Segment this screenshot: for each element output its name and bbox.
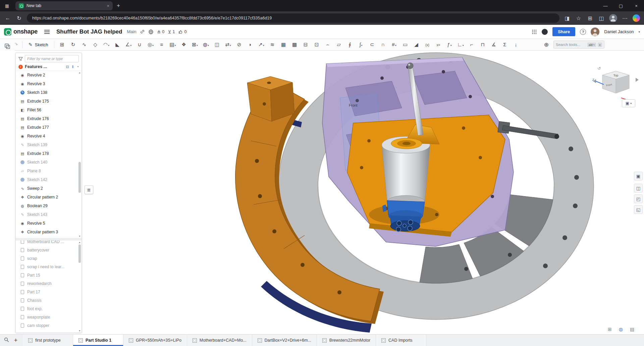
extensions-icon[interactable]: ⊞: [586, 15, 594, 21]
part-item[interactable]: weaponplate: [16, 313, 82, 321]
search-tools-box[interactable]: Search tools... alt/~ c: [553, 41, 604, 49]
toolbar-tool-button[interactable]: [278, 40, 289, 49]
toolbar-tool-button[interactable]: [289, 40, 300, 49]
toolbar-tool-button[interactable]: [355, 40, 366, 49]
copilot-icon[interactable]: [633, 14, 640, 22]
feature-item[interactable]: Extrude 180: [16, 236, 82, 238]
refresh-icon[interactable]: ↻: [15, 15, 23, 21]
view-cube[interactable]: ↺ Top Front x z: [592, 66, 639, 103]
collections-icon[interactable]: ◫: [598, 15, 605, 21]
toolbar-tool-button[interactable]: [322, 40, 333, 49]
toolbar-tool-button[interactable]: [233, 40, 245, 49]
toolbar-tool-button[interactable]: [433, 40, 444, 49]
feature-item[interactable]: Circular pattern 3: [16, 228, 82, 236]
share-button[interactable]: Share: [552, 27, 575, 36]
window-minimize-button[interactable]: —: [598, 0, 613, 11]
suppress-pause-icon[interactable]: ‖: [72, 65, 74, 69]
toolbar-tool-button[interactable]: [78, 40, 90, 49]
toolbar-tool-button[interactable]: [200, 40, 211, 49]
render-mode-icon[interactable]: ◍: [619, 327, 623, 332]
feature-item[interactable]: Sketch 142: [16, 175, 82, 184]
window-maximize-button[interactable]: ▢: [613, 0, 629, 11]
new-tab-button[interactable]: +: [117, 2, 120, 9]
explode-view-button[interactable]: ◱: [634, 205, 643, 214]
part-item[interactable]: batterycover: [16, 246, 82, 254]
scroll-up-icon[interactable]: ▲: [78, 241, 81, 243]
toolbar-tool-button[interactable]: [267, 40, 278, 49]
document-tab[interactable]: GPR+550mAh+3S+LiPo: [123, 335, 187, 346]
feature-item[interactable]: Extrude 175: [16, 97, 82, 106]
toolbar-tool-button[interactable]: [488, 40, 499, 49]
feature-item[interactable]: Sketch 138: [16, 88, 82, 97]
part-item[interactable]: cam stopper: [16, 321, 82, 330]
layers-icon[interactable]: [4, 43, 11, 50]
rotate-ccw-icon[interactable]: ↺: [597, 66, 601, 71]
feature-item[interactable]: Sketch 139: [16, 140, 82, 149]
toolbar-tool-button[interactable]: [466, 40, 477, 49]
version-count[interactable]: ⊻1: [168, 29, 175, 35]
toolbar-tool-button[interactable]: [444, 40, 455, 49]
toolbar-tool-button[interactable]: [90, 40, 101, 49]
crosshair-icon[interactable]: ⊕: [544, 41, 549, 48]
hamburger-menu-icon[interactable]: [44, 32, 50, 32]
appearance-icon[interactable]: ⊞: [608, 327, 612, 332]
split-screen-icon[interactable]: ◨: [564, 15, 571, 21]
part-item[interactable]: Part 15: [16, 271, 82, 279]
feature-item[interactable]: Sketch 143: [16, 210, 82, 219]
toolbar-tool-button[interactable]: [377, 40, 388, 49]
document-tab[interactable]: first prototype: [23, 335, 73, 346]
view-modes-button[interactable]: ▣: [634, 172, 643, 180]
view-cube-settings-button[interactable]: ▣ ▾: [622, 99, 635, 107]
scroll-down-icon[interactable]: ▼: [78, 330, 81, 332]
add-tab-button[interactable]: +: [11, 337, 21, 344]
toolbar-tool-button[interactable]: [56, 40, 67, 49]
feature-item[interactable]: Fillet 56: [16, 106, 82, 114]
toolbar-tool-button[interactable]: [101, 40, 112, 49]
feature-item[interactable]: Extrude 177: [16, 123, 82, 132]
toolbar-tool-button[interactable]: [399, 40, 411, 49]
scroll-down-icon[interactable]: ▼: [78, 235, 81, 237]
toolbar-tool-button[interactable]: [112, 40, 123, 49]
scrollbar-thumb[interactable]: [78, 244, 81, 263]
part-item[interactable]: Motherboard CAD ...: [16, 240, 82, 246]
toolbar-tool-button[interactable]: [245, 40, 256, 49]
toolbar-tool-button[interactable]: [67, 40, 78, 49]
browser-menu-icon[interactable]: ⋯: [621, 15, 629, 21]
favorites-star-icon[interactable]: ☆: [575, 15, 582, 21]
part-item[interactable]: Part 17: [16, 288, 82, 296]
feature-item[interactable]: Revolve 2: [16, 71, 82, 79]
part-item[interactable]: scrap i need to lear...: [16, 263, 82, 271]
user-avatar[interactable]: [591, 27, 599, 36]
part-item[interactable]: reworkedarch: [16, 279, 82, 288]
toolbar-tool-button[interactable]: [388, 40, 399, 49]
toolbar-tool-button[interactable]: [499, 40, 510, 49]
tab-actions-icon[interactable]: ▦: [0, 3, 14, 8]
isolate-button[interactable]: ◰: [634, 194, 643, 203]
toolbar-tool-button[interactable]: [333, 40, 344, 49]
toolbar-tool-button[interactable]: [455, 40, 466, 49]
link-icon[interactable]: [140, 29, 145, 34]
url-input[interactable]: [32, 16, 554, 20]
toolbar-tool-button[interactable]: [156, 40, 167, 49]
sketch-button[interactable]: ✎ Sketch: [24, 40, 52, 49]
window-close-button[interactable]: ×: [629, 0, 644, 11]
apps-grid-icon[interactable]: [532, 29, 537, 35]
toolbar-tool-button[interactable]: [145, 40, 156, 49]
back-icon[interactable]: ←: [4, 15, 11, 21]
feature-item[interactable]: Revolve 4: [16, 132, 82, 140]
feature-item[interactable]: Extrude 176: [16, 114, 82, 123]
feature-item[interactable]: Boolean 29: [16, 201, 82, 210]
document-tab[interactable]: DartBox+V2+Drive+6m...: [252, 335, 317, 346]
document-tab[interactable]: Brewsters22mmMotor: [317, 335, 376, 346]
document-tab[interactable]: CAD Imports: [376, 335, 426, 346]
document-tab[interactable]: Motherboard+CAD+Mo...: [187, 335, 252, 346]
toolbar-tool-button[interactable]: [134, 40, 145, 49]
feature-item[interactable]: Plane 8: [16, 167, 82, 175]
part-item[interactable]: scrap: [16, 254, 82, 263]
toolbar-tool-button[interactable]: [256, 40, 267, 49]
search-tabs-icon[interactable]: [2, 337, 11, 344]
part-item[interactable]: foot exp.: [16, 304, 82, 313]
rollback-history-icon[interactable]: ◔: [76, 65, 79, 69]
onshape-logo[interactable]: onshape: [4, 28, 38, 36]
toolbar-tool-button[interactable]: [344, 40, 355, 49]
